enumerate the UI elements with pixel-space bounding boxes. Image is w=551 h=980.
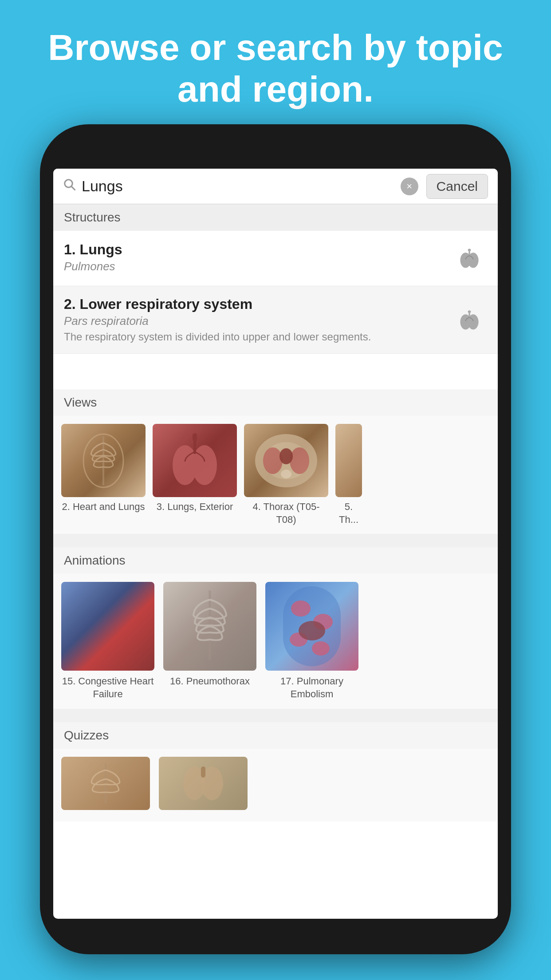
view-card-partial[interactable]: 5. Th... xyxy=(335,424,362,526)
anim-card-embolism[interactable]: 17. Pulmonary Embolism xyxy=(265,582,358,700)
search-bar: Lungs × Cancel xyxy=(53,169,498,204)
search-icon xyxy=(63,178,76,194)
svg-point-27 xyxy=(312,641,330,656)
anim-card-embolism-img xyxy=(265,582,358,671)
view-card-heart-lungs-img xyxy=(61,424,146,497)
empty-space xyxy=(53,354,498,389)
phone-screen: Lungs × Cancel Structures 1. Lungs Pulmo… xyxy=(53,169,498,919)
search-input[interactable]: Lungs xyxy=(82,178,401,195)
structures-section-header: Structures xyxy=(53,204,498,231)
phone-frame: Lungs × Cancel Structures 1. Lungs Pulmo… xyxy=(40,124,511,954)
svg-rect-32 xyxy=(201,767,205,778)
structure-item-1-content: 1. Lungs Pulmones xyxy=(64,241,445,275)
anim-card-embolism-label: 17. Pulmonary Embolism xyxy=(265,675,358,700)
structure-item-1-subtitle: Pulmones xyxy=(64,260,445,273)
svg-line-1 xyxy=(71,186,75,190)
anim-card-heart-failure-img xyxy=(61,582,154,671)
section-gap-2 xyxy=(53,709,498,722)
quiz-card-1-img xyxy=(61,757,150,810)
anim-card-pneumothorax-img xyxy=(163,582,256,671)
quiz-card-1[interactable] xyxy=(61,757,150,814)
views-section-header: Views xyxy=(53,389,498,416)
quizzes-section-header: Quizzes xyxy=(53,722,498,749)
svg-rect-5 xyxy=(468,249,471,251)
structure-item-2-desc: The respiratory system is divided into u… xyxy=(64,330,445,344)
search-cancel-button[interactable]: Cancel xyxy=(426,174,488,199)
view-card-partial-img xyxy=(335,424,362,497)
structure-item-2-content: 2. Lower respiratory system Pars respira… xyxy=(64,296,445,344)
page-title: Browse or search by topic and region. xyxy=(0,27,551,111)
svg-point-24 xyxy=(291,601,311,616)
view-card-heart-lungs[interactable]: 2. Heart and Lungs xyxy=(61,424,146,526)
anim-card-heart-failure[interactable]: 15. Congestive Heart Failure xyxy=(61,582,154,700)
svg-rect-9 xyxy=(468,310,471,312)
svg-point-19 xyxy=(290,447,309,474)
animations-scroll: 15. Congestive Heart Failure xyxy=(53,574,498,708)
quizzes-scroll xyxy=(53,749,498,822)
anim-card-pneumothorax[interactable]: 16. Pneumothorax xyxy=(163,582,256,700)
quiz-card-2-img xyxy=(159,757,248,810)
view-card-lungs-exterior-label: 3. Lungs, Exterior xyxy=(153,501,237,514)
section-gap-1 xyxy=(53,534,498,547)
views-scroll: 2. Heart and Lungs xyxy=(53,416,498,534)
view-card-thorax-label: 4. Thorax (T05-T08) xyxy=(244,501,328,526)
view-card-heart-lungs-label: 2. Heart and Lungs xyxy=(61,501,146,514)
structure-item-1-title: 1. Lungs xyxy=(64,241,445,258)
svg-rect-15 xyxy=(193,433,197,441)
structure-item-2-title: 2. Lower respiratory system xyxy=(64,296,445,312)
svg-point-21 xyxy=(279,448,293,464)
quiz-card-2[interactable] xyxy=(159,757,248,814)
view-card-thorax[interactable]: 4. Thorax (T05-T08) xyxy=(244,424,328,526)
structure-item-1[interactable]: 1. Lungs Pulmones xyxy=(53,231,498,286)
svg-point-0 xyxy=(65,180,73,188)
anim-card-heart-failure-label: 15. Congestive Heart Failure xyxy=(61,675,154,700)
structure-item-1-icon xyxy=(452,241,487,276)
view-card-thorax-img xyxy=(244,424,328,497)
anim-card-pneumothorax-label: 16. Pneumothorax xyxy=(163,675,256,688)
animations-section-header: Animations xyxy=(53,547,498,574)
search-clear-button[interactable]: × xyxy=(401,178,418,195)
view-card-partial-label: 5. Th... xyxy=(335,501,362,526)
view-card-lungs-exterior[interactable]: 3. Lungs, Exterior xyxy=(153,424,237,526)
structure-item-2-icon xyxy=(452,302,487,338)
structure-item-2-subtitle: Pars respiratoria xyxy=(64,314,445,328)
view-card-lungs-exterior-img xyxy=(153,424,237,497)
svg-point-28 xyxy=(299,621,325,640)
svg-point-18 xyxy=(263,447,283,474)
svg-point-20 xyxy=(281,470,291,478)
structure-item-2[interactable]: 2. Lower respiratory system Pars respira… xyxy=(53,286,498,354)
